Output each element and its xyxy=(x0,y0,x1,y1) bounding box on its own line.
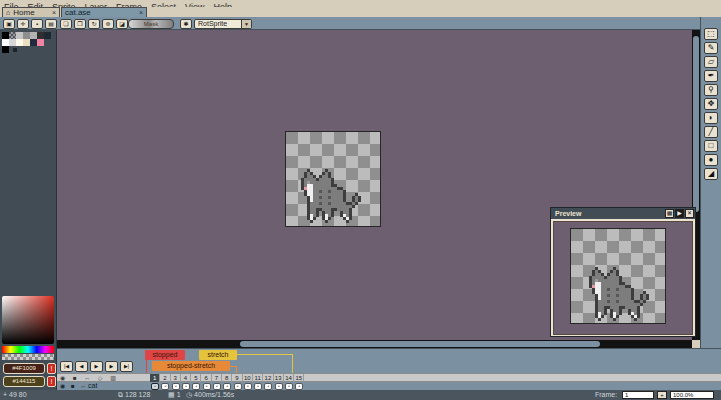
frame-header-cell[interactable]: 11 xyxy=(253,374,263,382)
tag-stopped[interactable]: stopped xyxy=(145,350,185,360)
line-tool[interactable]: ╱ xyxy=(704,126,718,138)
timeline-header-icons[interactable]: ◉ ■ ↔ ◇ ▥ xyxy=(60,374,119,382)
palette-swatch[interactable] xyxy=(30,32,37,39)
frame-header-cell[interactable]: 14 xyxy=(284,374,294,382)
tiled-mode-button[interactable]: ▦ xyxy=(665,209,674,218)
palette-swatch[interactable] xyxy=(30,39,37,46)
tab-document[interactable]: cat.ase × xyxy=(61,7,147,17)
mask-color-button[interactable]: Mask xyxy=(128,19,174,29)
frame-number-input[interactable] xyxy=(622,391,654,399)
color-warning-button[interactable]: ! xyxy=(47,363,56,374)
palette-swatch[interactable] xyxy=(2,46,9,53)
layer-visibility-icons[interactable]: ◉ ■ ↔ xyxy=(60,382,88,390)
palette-swatch[interactable] xyxy=(13,48,17,52)
frame-header-cell[interactable]: 1 xyxy=(150,374,160,382)
corner-button[interactable]: ◪ xyxy=(116,19,128,29)
palette-swatch[interactable] xyxy=(16,32,23,39)
paste-selection-button[interactable]: ❐ xyxy=(74,19,86,29)
scrollbar-thumb[interactable] xyxy=(693,36,699,212)
palette-swatch[interactable] xyxy=(23,32,30,39)
tab-home[interactable]: ⌂ Home × xyxy=(2,7,60,17)
playback-button[interactable]: ▶| xyxy=(120,361,133,372)
frame-cell[interactable]: • xyxy=(263,382,273,390)
add-frame-button[interactable]: + xyxy=(657,391,667,399)
eraser-tool[interactable]: ▱ xyxy=(704,56,718,68)
frame-cell[interactable]: • xyxy=(253,382,263,390)
frame-header-cell[interactable]: 4 xyxy=(181,374,191,382)
rotation-algorithm-dropdown[interactable]: RotSprite ▼ xyxy=(194,19,252,29)
foreground-color-field[interactable]: #4F1009 xyxy=(3,363,45,374)
alpha-slider[interactable] xyxy=(2,354,54,360)
grid-button[interactable]: ▤ xyxy=(45,19,57,29)
playback-button[interactable]: |◀ xyxy=(60,361,73,372)
hue-slider[interactable] xyxy=(2,346,54,353)
scrollbar-thumb[interactable] xyxy=(240,341,600,347)
flip-button[interactable]: ⊛ xyxy=(102,19,114,29)
blur-tool[interactable]: ◗ xyxy=(704,112,718,124)
palette-swatch[interactable] xyxy=(9,32,16,39)
play-button[interactable]: ▶ xyxy=(675,209,684,218)
frame-header-cell[interactable]: 12 xyxy=(263,374,273,382)
playback-button[interactable]: ▶ xyxy=(90,361,103,372)
rotate-button[interactable]: ↻ xyxy=(88,19,100,29)
rectangle-tool[interactable]: □ xyxy=(704,140,718,152)
frame-header-cell[interactable]: 3 xyxy=(171,374,181,382)
color-warning-button[interactable]: ! xyxy=(47,376,56,387)
chevron-down-icon[interactable]: ▼ xyxy=(241,20,251,28)
palette-swatch[interactable] xyxy=(37,39,44,46)
pencil-tool[interactable]: ✎ xyxy=(704,42,718,54)
close-icon[interactable]: × xyxy=(52,8,56,18)
close-icon[interactable]: ✕ xyxy=(685,209,694,218)
palette-swatch[interactable] xyxy=(2,32,9,39)
palette-swatch[interactable] xyxy=(2,39,9,46)
saturation-value-picker[interactable] xyxy=(2,296,54,344)
zoom-tool[interactable]: ⚲ xyxy=(704,84,718,96)
rectangular-marquee-tool[interactable]: ⬚ xyxy=(704,28,718,40)
horizontal-scrollbar[interactable] xyxy=(57,340,692,348)
layer-row[interactable]: ◉ ■ ↔ cat ••••••••••••••• xyxy=(57,382,721,390)
frame-cell[interactable]: • xyxy=(284,382,294,390)
frame-cell[interactable]: • xyxy=(201,382,211,390)
frame-header-cell[interactable]: 15 xyxy=(294,374,304,382)
contour-tool[interactable]: ● xyxy=(704,154,718,166)
move-tool[interactable]: ✥ xyxy=(704,98,718,110)
palette-swatch[interactable] xyxy=(16,39,23,46)
frame-header-cell[interactable]: 9 xyxy=(232,374,242,382)
eyedropper-tool[interactable]: ✒ xyxy=(704,70,718,82)
playback-button[interactable]: ▶ xyxy=(105,361,118,372)
frame-cell[interactable]: • xyxy=(294,382,304,390)
jumble-tool[interactable]: ◢ xyxy=(704,168,718,180)
zoom-level-input[interactable] xyxy=(670,391,714,399)
palette-swatch[interactable] xyxy=(23,39,30,46)
extra-option-button[interactable]: ✱ xyxy=(180,19,192,29)
close-icon[interactable]: × xyxy=(139,8,143,18)
background-color-field[interactable]: #144115 xyxy=(3,376,45,387)
frame-cell[interactable]: • xyxy=(274,382,284,390)
layer-name[interactable]: cat xyxy=(88,382,97,390)
palette-swatch[interactable] xyxy=(37,32,44,39)
frame-header-cell[interactable]: 2 xyxy=(160,374,170,382)
frame-header-cell[interactable]: 7 xyxy=(212,374,222,382)
preview-titlebar[interactable]: Preview ▦ ▶ ✕ xyxy=(551,208,695,219)
frame-header-cell[interactable]: 6 xyxy=(201,374,211,382)
sprite-canvas[interactable] xyxy=(285,131,381,227)
frame-cell[interactable]: • xyxy=(243,382,253,390)
palette-swatch[interactable] xyxy=(9,39,16,46)
tag-stopped-stretch[interactable]: stopped-stretch xyxy=(152,361,230,371)
frame-header-cell[interactable]: 5 xyxy=(191,374,201,382)
frame-cell[interactable]: • xyxy=(171,382,181,390)
frame-header-cell[interactable]: 13 xyxy=(274,374,284,382)
frame-header-cell[interactable]: 8 xyxy=(222,374,232,382)
palette-swatch[interactable] xyxy=(44,32,51,39)
frame-cell[interactable]: • xyxy=(160,382,170,390)
frame-cell[interactable]: • xyxy=(212,382,222,390)
frame-cell[interactable]: • xyxy=(181,382,191,390)
tag-stretch[interactable]: stretch xyxy=(199,350,237,360)
frame-cell[interactable]: • xyxy=(191,382,201,390)
frame-header-cell[interactable]: 10 xyxy=(243,374,253,382)
pivot-button[interactable]: ▣ xyxy=(3,19,15,29)
square-button[interactable]: ▪ xyxy=(31,19,43,29)
copy-selection-button[interactable]: ❏ xyxy=(60,19,72,29)
frame-cell[interactable]: • xyxy=(150,382,160,390)
add-button[interactable]: ✛ xyxy=(17,19,29,29)
